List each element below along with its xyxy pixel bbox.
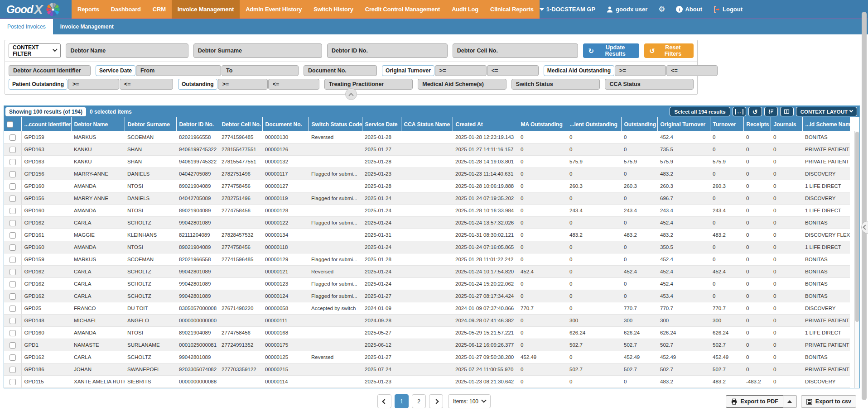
cca-status-input[interactable] xyxy=(605,79,694,90)
export-pdf-options-button[interactable] xyxy=(783,395,797,408)
table-row[interactable]: GPD161MAGGIEKLEINHANS8211120408927828457… xyxy=(4,229,850,241)
nav-item-audit-log[interactable]: Audit Log xyxy=(446,0,484,19)
export-csv-button[interactable]: Export to csv xyxy=(801,395,856,408)
col-header-created-at[interactable]: Created At xyxy=(453,117,518,131)
col-header-id-scheme-name[interactable]: ...id Scheme Name xyxy=(802,117,850,131)
debtor-name-input[interactable] xyxy=(66,43,188,58)
nav-item-dashboard[interactable]: Dashboard xyxy=(105,0,147,19)
outstanding-lte-input[interactable] xyxy=(268,79,319,90)
row-checkbox[interactable] xyxy=(10,330,16,336)
sort-button[interactable] xyxy=(764,107,778,116)
row-checkbox[interactable] xyxy=(10,232,16,239)
document-no-input[interactable] xyxy=(304,65,377,76)
table-row[interactable]: GPD162CARLASCHOLTZ9904280108900000123Fla… xyxy=(4,278,850,290)
row-checkbox[interactable] xyxy=(10,147,16,153)
switch-status-input[interactable] xyxy=(511,79,600,90)
table-row[interactable]: GPD160AMANDANTOSI89021904089277475845600… xyxy=(4,180,850,192)
nav-item-credit-control-management[interactable]: Credit Control Management xyxy=(359,0,446,19)
row-checkbox[interactable] xyxy=(10,257,16,263)
update-results-button[interactable]: ↻ Update Results xyxy=(583,43,639,58)
col-header-original-turnover[interactable]: Original Turnover xyxy=(657,117,710,131)
medical-aid-outstanding-gte-input[interactable] xyxy=(615,65,666,76)
patient-outstanding-gte-input[interactable] xyxy=(68,79,119,90)
treating-practitioner-input[interactable] xyxy=(324,79,413,90)
table-row[interactable]: GPD159MARKUSSCOEMAN820219665582774159648… xyxy=(4,253,850,266)
table-row[interactable]: GPD159MARKUSSCOEMAN820219665582774159648… xyxy=(4,131,850,143)
col-header-debtor-name[interactable]: Debtor Name xyxy=(71,117,125,131)
logout-button[interactable]: Logout xyxy=(713,6,743,13)
page-scrollbar-thumb[interactable] xyxy=(862,12,867,400)
row-checkbox[interactable] xyxy=(10,208,16,214)
debtor-account-identifier-input[interactable] xyxy=(9,65,91,76)
table-row[interactable]: GPD162CARLASCHOLTZ9904280108900000121Rev… xyxy=(4,266,850,278)
scrollbar-thumb[interactable] xyxy=(855,132,859,322)
table-vertical-scrollbar[interactable] xyxy=(854,131,859,388)
reset-layout-button[interactable]: ↺ xyxy=(748,107,762,116)
next-page-button[interactable] xyxy=(429,394,443,408)
row-checkbox[interactable] xyxy=(10,269,16,275)
table-row[interactable]: GPD162CARLASCHOLTZ9904280108900000125Rev… xyxy=(4,351,850,363)
col-header-debtor-cell-no[interactable]: Debtor Cell No. xyxy=(219,117,262,131)
nav-item-admin-event-history[interactable]: Admin Event History xyxy=(240,0,308,19)
table-row[interactable]: GPD160AMANDANTOSI89021904089277475845600… xyxy=(4,241,850,253)
col-header-document-no[interactable]: Document No. xyxy=(262,117,309,131)
col-header-switch-status-code[interactable]: Switch Status Code xyxy=(309,117,362,131)
row-checkbox[interactable] xyxy=(10,220,16,226)
nav-item-switch-history[interactable]: Switch History xyxy=(308,0,359,19)
patient-outstanding-lte-input[interactable] xyxy=(120,79,173,90)
settings-button[interactable]: ⚙ xyxy=(658,5,665,13)
filter-collapse-toggle[interactable] xyxy=(345,88,357,100)
outstanding-gte-input[interactable] xyxy=(218,79,268,90)
reset-filters-button[interactable]: ↺ Reset Filters xyxy=(644,43,694,58)
nav-item-crm[interactable]: CRM xyxy=(147,0,172,19)
row-checkbox[interactable] xyxy=(10,159,16,165)
page-button-2[interactable]: 2 xyxy=(412,394,426,408)
row-checkbox[interactable] xyxy=(10,379,16,385)
row-checkbox[interactable] xyxy=(10,306,16,312)
row-checkbox[interactable] xyxy=(10,318,16,324)
col-header-journals[interactable]: Journals xyxy=(771,117,802,131)
table-row[interactable]: GPD163KANKUSHAN9406199745322278155477551… xyxy=(4,143,850,156)
row-checkbox[interactable] xyxy=(10,342,16,349)
row-checkbox[interactable] xyxy=(10,367,16,373)
row-checkbox[interactable] xyxy=(10,134,16,141)
medical-aid-schemes-input[interactable] xyxy=(418,79,506,90)
row-checkbox[interactable] xyxy=(10,293,16,300)
practice-selector[interactable]: 1-DOCSTEAM GP xyxy=(540,6,595,13)
context-filter-select[interactable]: CONTEXT FILTER xyxy=(9,43,61,58)
debtor-id-input[interactable] xyxy=(327,43,448,58)
export-pdf-button[interactable]: Export to PDF xyxy=(726,395,783,408)
app-logo[interactable]: GoodX xyxy=(0,0,72,19)
debtor-surname-input[interactable] xyxy=(193,43,322,58)
table-row[interactable]: GPD186JOHANSWANEPOEL92033050740822777033… xyxy=(4,363,850,376)
tab-invoice-management[interactable]: Invoice Management xyxy=(53,19,121,34)
original-turnover-lte-input[interactable] xyxy=(487,65,539,76)
fit-columns-button[interactable]: ↔ xyxy=(733,107,746,116)
col-header-ient-outstanding[interactable]: ...ient Outstanding xyxy=(567,117,621,131)
user-menu[interactable]: goodx user xyxy=(606,6,647,13)
col-header-ccount-identifier[interactable]: ...ccount Identifier xyxy=(21,117,71,131)
table-row[interactable]: GPD156MARRY-ANNEDANIELS04042705089278275… xyxy=(4,192,850,205)
nav-item-reports[interactable]: Reports xyxy=(72,0,105,19)
service-date-to-input[interactable] xyxy=(222,65,299,76)
row-checkbox[interactable] xyxy=(10,281,16,287)
table-row[interactable]: GPD1NAMASTESURLANAME00010250000812772499… xyxy=(4,339,850,351)
table-row[interactable]: GPD162CARLASCHOLTZ9904280108900000122Fla… xyxy=(4,217,850,229)
table-row[interactable]: GPD162CARLASCHOLTZ9904280108900000124Fla… xyxy=(4,290,850,302)
col-header-turnover[interactable]: Turnover xyxy=(710,117,743,131)
col-header-ma-outstanding[interactable]: MA Outstanding xyxy=(518,117,567,131)
table-row[interactable]: GPD156MARRY-ANNEDANIELS04042705089278275… xyxy=(4,168,850,180)
items-per-page-select[interactable]: Items: 100 xyxy=(448,394,491,408)
col-header-debtor-id-no[interactable]: Debtor ID No. xyxy=(176,117,219,131)
table-row[interactable]: GPD160AMANDANTOSI89021904089277475845600… xyxy=(4,327,850,339)
col-header-debtor-surname[interactable]: Debtor Surname xyxy=(125,117,176,131)
col-header-receipts[interactable]: Receipts xyxy=(743,117,771,131)
table-row[interactable]: GPD160AMANDANTOSI89021904089277475845600… xyxy=(4,205,850,217)
service-date-from-input[interactable] xyxy=(136,65,221,76)
row-checkbox[interactable] xyxy=(10,171,16,177)
row-checkbox[interactable] xyxy=(10,183,16,190)
table-row[interactable]: GPD148MICHAELANGELO000000000000000000111… xyxy=(4,315,850,327)
columns-button[interactable] xyxy=(780,107,794,116)
context-layout-button[interactable]: CONTEXT LAYOUT xyxy=(796,107,857,116)
table-row[interactable]: GPD25FRANCODU TOIT8305057000008276714982… xyxy=(4,302,850,315)
